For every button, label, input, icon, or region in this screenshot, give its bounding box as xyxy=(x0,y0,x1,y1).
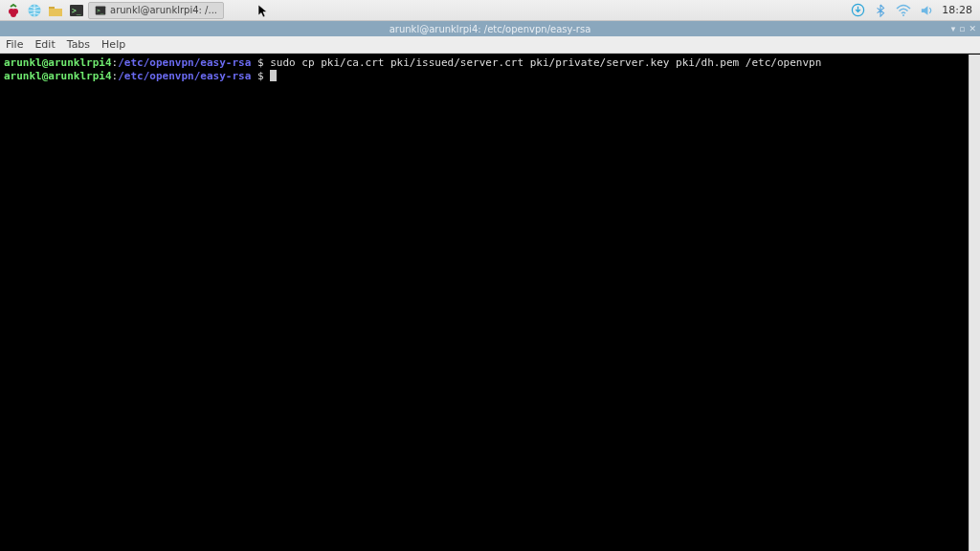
svg-rect-4 xyxy=(49,7,55,9)
bluetooth-icon[interactable] xyxy=(873,3,888,18)
terminal-window: arunkl@arunklrpi4:/etc/openvpn/easy-rsa … xyxy=(0,54,980,551)
raspberry-menu-icon[interactable] xyxy=(4,1,23,20)
prompt-userhost: arunkl@arunklrpi4 xyxy=(4,70,112,82)
svg-text:>_: >_ xyxy=(97,7,104,14)
menu-help[interactable]: Help xyxy=(101,38,125,51)
command-text: sudo cp pki/ca.crt pki/issued/server.crt… xyxy=(270,56,821,69)
taskbar-app-label: arunkl@arunklrpi4: /... xyxy=(110,5,217,15)
window-titlebar[interactable]: arunkl@arunklrpi4: /etc/openvpn/easy-rsa… xyxy=(0,21,980,36)
svg-point-10 xyxy=(902,14,904,16)
taskbar-right: 18:28 xyxy=(850,3,976,18)
menu-file[interactable]: File xyxy=(6,38,23,51)
taskbar-left: >_ >_ arunkl@arunklrpi4: /... xyxy=(4,1,224,20)
terminal-menubar: File Edit Tabs Help xyxy=(0,36,980,54)
minimize-button[interactable]: ▾ xyxy=(951,24,956,33)
terminal-output[interactable]: arunkl@arunklrpi4:/etc/openvpn/easy-rsa … xyxy=(0,55,969,551)
terminal-cursor xyxy=(270,70,277,81)
prompt-path: /etc/openvpn/easy-rsa xyxy=(118,70,251,82)
web-browser-icon[interactable] xyxy=(25,1,44,20)
prompt-userhost: arunkl@arunklrpi4 xyxy=(4,56,112,69)
download-icon[interactable] xyxy=(850,3,865,18)
menu-tabs[interactable]: Tabs xyxy=(67,38,90,51)
maximize-button[interactable]: ▫ xyxy=(959,24,965,33)
svg-text:>_: >_ xyxy=(72,7,81,15)
wifi-icon[interactable] xyxy=(896,3,911,18)
terminal-launcher-icon[interactable]: >_ xyxy=(67,1,86,20)
taskbar-app-terminal[interactable]: >_ arunkl@arunklrpi4: /... xyxy=(88,2,224,19)
prompt-path: /etc/openvpn/easy-rsa xyxy=(118,56,251,69)
menu-edit[interactable]: Edit xyxy=(34,38,55,51)
prompt-dollar: $ xyxy=(251,56,270,69)
terminal-scrollbar[interactable] xyxy=(969,55,980,551)
volume-icon[interactable] xyxy=(919,3,934,18)
clock[interactable]: 18:28 xyxy=(942,4,976,16)
close-button[interactable]: ✕ xyxy=(969,24,976,33)
file-manager-icon[interactable] xyxy=(46,1,65,20)
prompt-dollar: $ xyxy=(251,70,270,82)
window-controls: ▾ ▫ ✕ xyxy=(951,21,976,36)
desktop-taskbar: >_ >_ arunkl@arunklrpi4: /... 18:28 xyxy=(0,0,980,21)
window-title: arunkl@arunklrpi4: /etc/openvpn/easy-rsa xyxy=(390,24,591,34)
svg-point-2 xyxy=(11,11,16,17)
